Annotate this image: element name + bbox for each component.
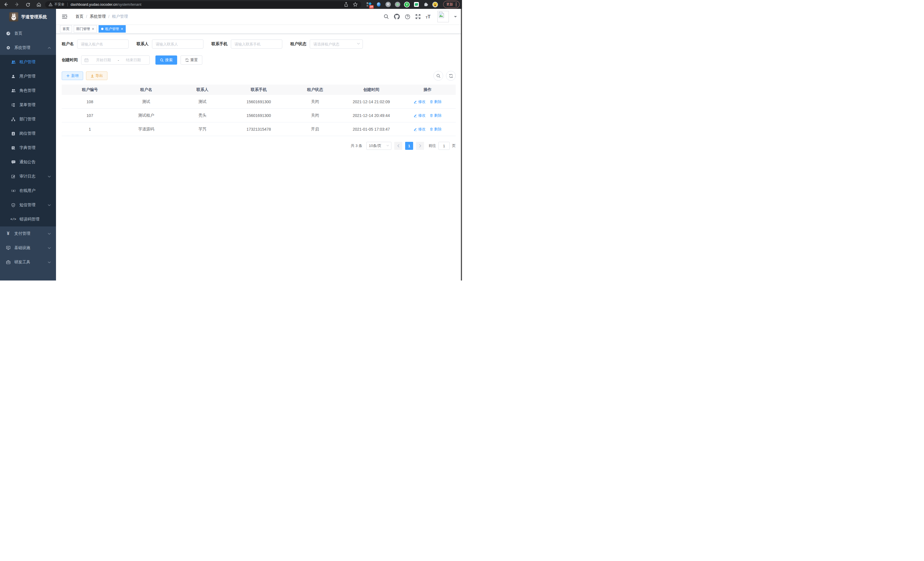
prev-page-button[interactable] [394, 142, 402, 150]
page-number-current[interactable]: 1 [405, 142, 413, 150]
date-end-placeholder: 结束日期 [120, 57, 147, 63]
edit-link[interactable]: 修改 [414, 127, 426, 132]
command-extension-icon[interactable]: ⌘ [385, 2, 391, 8]
balloon-extension-icon[interactable] [376, 2, 381, 8]
sidebar-item-dict[interactable]: 字典管理 [0, 141, 56, 155]
app-title: 芋道管理系统 [21, 14, 47, 20]
delete-link[interactable]: 删除 [430, 127, 442, 132]
reload-icon[interactable] [26, 2, 30, 7]
delete-link[interactable]: 删除 [430, 99, 442, 104]
caret-down-icon[interactable] [454, 16, 457, 19]
back-icon[interactable] [3, 2, 8, 7]
create-time-label: 创建时间 [62, 57, 78, 63]
export-button[interactable]: 导出 [86, 71, 107, 80]
edit-link[interactable]: 修改 [414, 99, 426, 104]
sidebar-item-online-user[interactable]: 在线用户 [0, 183, 56, 198]
star-icon[interactable] [353, 2, 358, 7]
puzzle-extensions-icon[interactable] [423, 2, 429, 8]
page-unit-label: 页 [452, 143, 456, 148]
add-button[interactable]: 新增 [62, 71, 83, 80]
sidebar-item-user[interactable]: 用户管理 [0, 69, 56, 83]
home-icon[interactable] [37, 2, 41, 7]
sms-shield-icon [11, 203, 16, 207]
table-row: 1 芋道源码 芋艿 17321315478 开启 2021-01-05 17:0… [62, 122, 456, 136]
forward-icon[interactable] [15, 2, 20, 7]
contact-input[interactable] [152, 39, 203, 49]
warning-icon [49, 3, 52, 6]
search-icon[interactable] [384, 14, 389, 19]
breadcrumb-home[interactable]: 首页 [75, 14, 83, 19]
sidebar-item-error-code[interactable]: </> 错误码管理 [0, 212, 56, 226]
tenant-table: 租户编号 租户名 联系人 联系手机 租户状态 创建时间 操作 108 测试 测试… [62, 85, 456, 136]
search-icon [160, 58, 164, 62]
palette-extension-icon[interactable]: 10 [366, 2, 372, 8]
sidebar-item-sms[interactable]: 短信管理 [0, 198, 56, 212]
sidebar-item-role[interactable]: 角色管理 [0, 83, 56, 98]
close-icon[interactable]: ✕ [121, 27, 123, 31]
goto-page-input[interactable] [438, 142, 450, 150]
close-icon[interactable]: ✕ [92, 27, 94, 31]
window-edge-scrollbar[interactable] [461, 9, 462, 281]
reset-button[interactable]: 重置 [181, 56, 202, 65]
breadcrumb-system[interactable]: 系统管理 [90, 14, 106, 19]
browser-menu-icon[interactable] [456, 3, 457, 6]
emoji-profile-icon[interactable] [432, 2, 438, 8]
security-warning[interactable]: 不安全 [49, 2, 64, 7]
sidebar-item-tenant[interactable]: 租户管理 [0, 55, 56, 69]
sidebar: 芋道管理系统 首页 系统管理 租户管理 用户管理 [0, 9, 56, 281]
tenant-name-input[interactable] [77, 39, 129, 49]
delete-link[interactable]: 删除 [430, 113, 442, 118]
github-icon[interactable] [394, 14, 400, 20]
devtools-icon [6, 260, 10, 265]
help-icon[interactable] [405, 14, 410, 20]
show-search-toggle-button[interactable] [434, 71, 443, 81]
page-content: 租户名 联系人 联系手机 租户状态 [56, 34, 462, 281]
page-size-select[interactable]: 10条/页 [366, 142, 392, 150]
tab-home[interactable]: 首页 [60, 25, 72, 33]
chevron-down-icon [357, 43, 360, 45]
tab-dept[interactable]: 部门管理✕ [74, 25, 97, 33]
table-row: 108 测试 测试 15601691300 关闭 2021-12-14 21:0… [62, 95, 456, 109]
status-select-input[interactable] [310, 39, 363, 49]
mobile-input[interactable] [231, 39, 282, 49]
search-button[interactable]: 搜索 [155, 56, 177, 65]
plus-icon [66, 74, 70, 77]
create-time-range-picker[interactable]: 开始日期 - 结束日期 [81, 56, 150, 65]
fullscreen-icon[interactable] [416, 14, 421, 19]
sidebar-item-infra[interactable]: 基础设施 [0, 241, 56, 255]
refresh-icon [185, 58, 189, 62]
post-badge-icon [11, 132, 16, 136]
app-logo-rabbit [9, 12, 18, 21]
sidebar-item-post[interactable]: 岗位管理 [0, 126, 56, 141]
sidebar-item-devtools[interactable]: 研发工具 [0, 255, 56, 269]
sidebar-item-audit-log[interactable]: 审计日志 [0, 169, 56, 183]
edit-link[interactable]: 修改 [414, 113, 426, 118]
sidebar-item-notice[interactable]: 通知公告 [0, 155, 56, 169]
sidebar-item-menu[interactable]: 菜单管理 [0, 98, 56, 112]
url-bar[interactable]: 不安全 dashboard.yudao.iocoder.cn/system/te… [45, 1, 361, 8]
avatar[interactable] [437, 11, 449, 22]
sidebar-item-home[interactable]: 首页 [0, 26, 56, 41]
extension-badge: 10 [369, 5, 374, 9]
chat-extension-icon[interactable] [413, 2, 419, 8]
status-select[interactable] [310, 39, 363, 49]
sidebar-item-system[interactable]: 系统管理 [0, 41, 56, 55]
sidebar-logo[interactable]: 芋道管理系统 [0, 10, 56, 24]
next-page-button[interactable] [416, 142, 424, 150]
dict-book-icon [11, 146, 16, 150]
yudao-extension-icon[interactable]: Y [404, 2, 410, 8]
status-label: 租户状态 [290, 41, 306, 47]
tab-tenant[interactable]: 租户管理✕ [99, 25, 126, 33]
font-size-icon[interactable]: TT [426, 14, 430, 19]
notice-icon [11, 160, 16, 164]
sidebar-item-dept[interactable]: 部门管理 [0, 112, 56, 126]
browser-update-button[interactable]: 更新 [443, 1, 460, 8]
update-label: 更新 [446, 2, 453, 7]
recorder-extension-icon[interactable] [394, 2, 400, 8]
sidebar-toggle-icon[interactable] [61, 14, 69, 19]
sidebar-item-payment[interactable]: ¥ 支付管理 [0, 226, 56, 241]
refresh-table-button[interactable] [446, 71, 456, 81]
gear-icon [6, 45, 10, 50]
browser-toolbar: 不安全 dashboard.yudao.iocoder.cn/system/te… [0, 0, 462, 9]
share-icon[interactable] [344, 2, 348, 7]
